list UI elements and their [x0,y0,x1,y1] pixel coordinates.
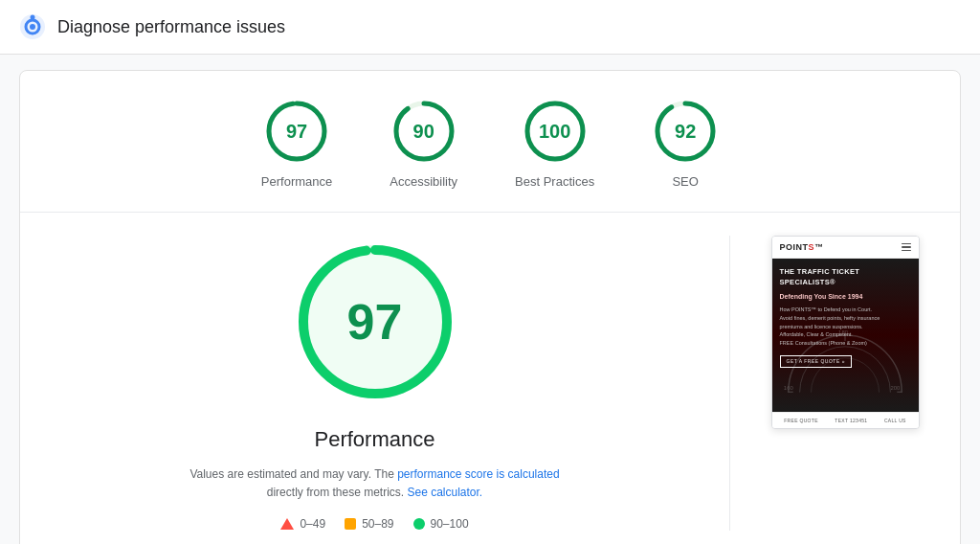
svg-text:160: 160 [783,385,793,391]
phone-nav-call: CALL US [884,418,906,423]
scores-row: 97 Performance 90 Accessibility [20,71,960,213]
svg-text:200: 200 [890,385,901,391]
accessibility-score-label: Accessibility [390,174,457,189]
performance-score-value: 97 [286,121,307,143]
low-range-icon [280,518,294,530]
hero-content: THE TRAFFIC TICKET SPECIALISTS® Defendin… [780,266,911,368]
score-item-performance[interactable]: 97 Performance [261,98,332,189]
disclaimer-before: Values are estimated and may vary. The [189,467,397,481]
best-practices-score-label: Best Practices [515,174,594,189]
score-circle-seo: 92 [652,98,719,165]
disclaimer-text: Values are estimated and may vary. The p… [184,465,567,502]
score-circle-accessibility: 90 [390,98,457,165]
hero-headline: THE TRAFFIC TICKET SPECIALISTS® [780,266,911,288]
left-panel: 97 Performance Values are estimated and … [49,236,701,531]
content-area: 97 Performance Values are estimated and … [20,213,960,544]
hero-body: How POINTS™ to Defend you in Court. Avoi… [780,306,911,348]
mid-range-icon [345,518,356,530]
performance-score-link[interactable]: performance score is calculated [397,467,559,481]
header: Diagnose performance issues [0,0,980,55]
mid-range-label: 50–89 [362,517,393,531]
vertical-divider [729,236,730,531]
score-circle-best-practices: 100 [522,98,589,165]
score-circle-performance: 97 [263,98,330,165]
low-range-label: 0–49 [300,517,325,531]
legend-item-low: 0–49 [280,517,325,531]
score-item-seo[interactable]: 92 SEO [652,98,719,189]
performance-score-label: Performance [261,174,332,189]
page-title: Diagnose performance issues [57,17,285,37]
best-practices-score-value: 100 [539,121,570,143]
phone-hero: 160 200 180 THE TRAFFIC TICKET SPECIALIS… [772,259,919,412]
svg-point-3 [31,15,35,20]
score-item-accessibility[interactable]: 90 Accessibility [390,98,457,189]
score-item-best-practices[interactable]: 100 Best Practices [515,98,594,189]
accessibility-score-value: 90 [413,121,434,143]
hamburger-icon [902,243,911,252]
phone-nav-text: TEXT 123451 [835,418,867,423]
app-icon [19,13,46,40]
svg-point-2 [30,24,35,30]
seo-score-label: SEO [672,174,698,189]
seo-score-value: 92 [675,121,696,143]
calculator-link[interactable]: See calculator. [407,486,482,499]
legend-item-high: 90–100 [413,517,469,531]
main-card: 97 Performance 90 Accessibility [19,70,961,544]
main-score-circle: 97 [289,236,461,408]
main-score-label: Performance [315,427,435,452]
main-score-value: 97 [347,293,403,351]
disclaimer-middle: directly from these metrics. [267,486,408,499]
right-panel: POINTS™ [759,236,931,531]
legend-item-mid: 50–89 [345,517,393,531]
phone-mockup: POINTS™ [771,236,920,429]
high-range-label: 90–100 [431,517,469,531]
phone-nav-free-quote: FREE QUOTE [784,418,818,423]
hero-subheadline: Defending You Since 1994 [780,292,911,303]
phone-bottom-nav: FREE QUOTE TEXT 123451 CALL US [772,412,919,428]
phone-top-bar: POINTS™ [772,237,919,259]
legend-row: 0–49 50–89 90–100 [280,517,468,531]
cta-button[interactable]: GET A FREE QUOTE » [780,355,852,369]
phone-logo: POINTS™ [780,242,824,252]
high-range-icon [413,518,425,530]
